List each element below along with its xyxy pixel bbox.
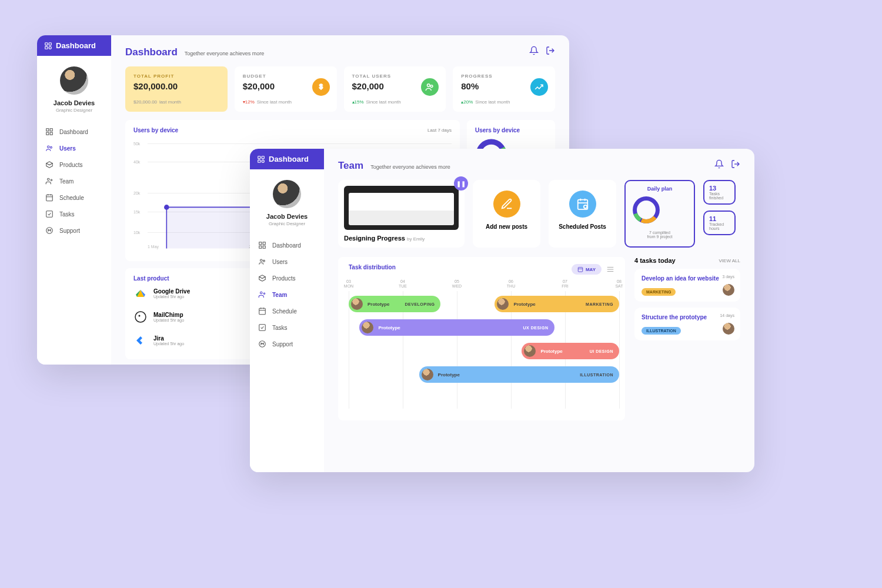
nav-item-support[interactable]: Support xyxy=(37,222,111,239)
product-time: Updated 5hr ago xyxy=(153,342,184,346)
svg-point-34 xyxy=(262,160,264,162)
stat-card: TOTAL PROFIT$20,000.00$20,000.00last mon… xyxy=(125,66,228,112)
nav-item-dashboard[interactable]: Dashboard xyxy=(37,123,111,140)
stat-label: TOTAL USERS xyxy=(352,74,438,79)
nav-item-support[interactable]: Support xyxy=(250,336,324,352)
task-chip: MARKETING xyxy=(642,288,676,296)
gantt-day: 06THU xyxy=(507,279,515,289)
gantt-grid: 03MON04TUE05WED06THU07FRI08SATPrototypeD… xyxy=(349,279,614,409)
svg-point-21 xyxy=(164,205,169,210)
logout-icon[interactable] xyxy=(731,159,740,169)
month-label: MAY xyxy=(586,267,596,272)
product-name: MailChimp xyxy=(153,312,184,318)
add-post-tile[interactable]: Add new posts xyxy=(473,180,540,248)
svg-point-40 xyxy=(263,260,265,262)
user-name: Jacob Devies xyxy=(42,99,106,106)
team-window: Dashboard Jacob Devies Graphic Designer … xyxy=(250,149,754,472)
stat-meta: $20,000.00last month xyxy=(133,99,219,105)
menu-icon[interactable] xyxy=(606,265,614,273)
nav-item-products[interactable]: Products xyxy=(250,270,324,286)
nav-item-tasks[interactable]: Tasks xyxy=(37,206,111,222)
task-card[interactable]: Develop an idea for website3 daysMARKETI… xyxy=(634,269,740,302)
svg-point-30 xyxy=(139,315,141,317)
stat-meta: ▴15%Since last month xyxy=(352,99,438,105)
product-time: Updated 5hr ago xyxy=(153,295,190,299)
nav-label: Dashboard xyxy=(272,242,301,249)
gantt-card: Task distribution MAY 03MON04TUE05WED06T… xyxy=(338,257,625,420)
svg-rect-1 xyxy=(49,42,51,45)
nav-item-tasks[interactable]: Tasks xyxy=(250,319,324,336)
bar-tag: ILLUSTRATION xyxy=(580,373,613,377)
stat-icon: $ xyxy=(312,78,330,96)
avatar[interactable] xyxy=(60,66,88,95)
svg-text:$: $ xyxy=(319,83,323,90)
nav-label: Schedule xyxy=(272,308,297,315)
gantt-bar[interactable]: PrototypeDEVELOPING xyxy=(349,296,440,312)
scheduled-tile[interactable]: Scheduled Posts xyxy=(549,180,616,248)
stat-card: TOTAL USERS$20,000▴15%Since last month xyxy=(344,66,446,112)
brand-icon xyxy=(257,155,265,163)
nav-item-team[interactable]: Team xyxy=(250,286,324,303)
task-days: 14 days xyxy=(720,313,734,318)
donut-title: Users by device xyxy=(475,127,547,133)
gantt-day: 07FRI xyxy=(562,279,568,289)
svg-point-42 xyxy=(263,293,265,294)
task-chip: ILLUSTRATION xyxy=(642,327,681,335)
avatar xyxy=(497,298,509,310)
svg-rect-31 xyxy=(258,156,260,158)
tile-label: Add new posts xyxy=(479,223,534,230)
bell-icon[interactable] xyxy=(714,159,724,169)
avatar xyxy=(422,369,433,380)
gantt-bar[interactable]: PrototypeUI DESIGN xyxy=(522,343,619,359)
product-name: Google Drive xyxy=(153,288,190,295)
logout-icon[interactable] xyxy=(546,46,555,55)
chart-title: Users by device xyxy=(133,127,178,133)
nav-item-products[interactable]: Products xyxy=(37,156,111,173)
svg-rect-13 xyxy=(46,211,53,218)
task-card[interactable]: Structure the prototype14 daysILLUSTRATI… xyxy=(634,308,740,340)
video-tile[interactable]: ❚❚ Designing Progress by Emily xyxy=(338,180,465,248)
month-selector[interactable]: MAY xyxy=(572,264,602,275)
svg-point-19 xyxy=(430,85,433,88)
task-days: 3 days xyxy=(722,275,734,279)
support-icon xyxy=(45,226,54,235)
calendar-icon xyxy=(577,266,583,272)
gantt-bar[interactable]: PrototypeILLUSTRATION xyxy=(419,366,619,383)
svg-rect-4 xyxy=(46,129,49,131)
gantt-bar[interactable]: PrototypeMARKETING xyxy=(495,296,619,312)
nav-item-users[interactable]: Users xyxy=(37,140,111,156)
stat-card: BUDGET$20,000▾12%Since last month$ xyxy=(235,66,337,112)
nav-item-schedule[interactable]: Schedule xyxy=(37,189,111,206)
brand-icon xyxy=(44,42,52,50)
tracked-hours-card: 11 Tracked hours xyxy=(703,211,736,235)
bar-label: Prototype xyxy=(513,302,535,307)
video-preview xyxy=(344,186,459,230)
gantt-title: Task distribution xyxy=(349,264,396,270)
nav-item-schedule[interactable]: Schedule xyxy=(250,303,324,319)
bar-tag: UI DESIGN xyxy=(590,349,613,353)
avatar[interactable] xyxy=(273,180,301,208)
nav-label: Team xyxy=(272,292,287,298)
sidebar-brand[interactable]: Dashboard xyxy=(250,149,324,169)
edit-icon xyxy=(493,191,520,218)
bar-label: Prototype xyxy=(540,349,562,354)
nav-item-team[interactable]: Team xyxy=(37,173,111,189)
svg-point-16 xyxy=(50,229,51,230)
nav-item-dashboard[interactable]: Dashboard xyxy=(250,237,324,253)
tasks-today: 4 tasks today VIEW ALL Develop an idea f… xyxy=(634,257,740,420)
nav-item-users[interactable]: Users xyxy=(250,253,324,270)
svg-rect-37 xyxy=(259,246,262,248)
gantt-bar[interactable]: PrototypeUX DESIGN xyxy=(359,319,554,336)
svg-point-41 xyxy=(260,292,263,294)
bell-icon[interactable] xyxy=(529,46,539,55)
svg-rect-36 xyxy=(263,242,265,245)
sidebar-brand[interactable]: Dashboard xyxy=(37,35,111,56)
tile-label: Scheduled Posts xyxy=(554,223,610,230)
avatar xyxy=(524,345,536,357)
pause-icon[interactable]: ❚❚ xyxy=(454,176,468,191)
svg-point-39 xyxy=(260,259,263,262)
chart-period[interactable]: Last 7 days xyxy=(427,128,452,133)
view-all-link[interactable]: VIEW ALL xyxy=(719,258,740,263)
today-title: 4 tasks today xyxy=(634,257,676,264)
stat-card: PROGRESS80%▴20%Since last month xyxy=(453,66,555,112)
